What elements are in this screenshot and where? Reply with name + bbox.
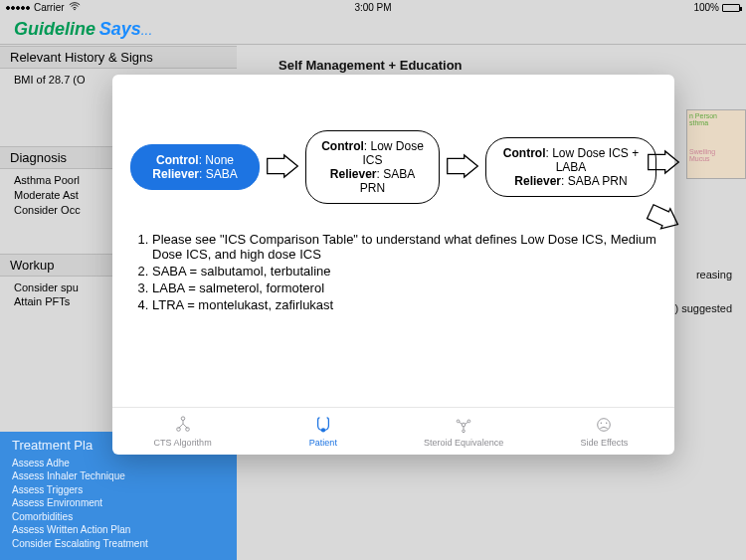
brand-guideline: Guideline: [14, 19, 95, 39]
arrow-icon: [446, 152, 479, 183]
step-3[interactable]: Control: Low Dose ICS + LABA Reliever: S…: [485, 137, 656, 197]
treatment-list: Assess Adhe Assess Inhaler Technique Ass…: [12, 457, 225, 551]
arrow-icon: [647, 148, 680, 179]
step-flow[interactable]: Control: None Reliever: SABA Control: Lo…: [130, 130, 656, 204]
status-bar: Carrier 3:00 PM 100%: [0, 0, 746, 15]
tab-side-effects[interactable]: Side Effects: [549, 416, 658, 448]
algorithm-icon: [174, 416, 192, 436]
molecule-icon: [455, 416, 472, 436]
tab-steroid-equivalence[interactable]: Steroid Equivalence: [409, 416, 518, 448]
patient-icon: [314, 416, 332, 436]
battery-icon: [722, 4, 740, 12]
carrier-label: Carrier: [34, 2, 65, 13]
app-brand: Guideline Says...: [0, 15, 746, 40]
svg-point-10: [601, 422, 602, 423]
list-item: Assess Triggers: [12, 483, 225, 497]
svg-point-8: [463, 429, 466, 432]
brand-dots: ...: [141, 22, 153, 38]
truncated-text-2: ) suggested: [675, 302, 732, 314]
tab-patient[interactable]: Patient: [269, 416, 378, 448]
signal-icon: [6, 6, 30, 10]
list-item: Please see "ICS Comparison Table" to und…: [152, 232, 656, 262]
section-relevant-header[interactable]: Relevant History & Signs: [0, 46, 237, 69]
clock: 3:00 PM: [251, 2, 495, 13]
svg-point-1: [181, 416, 185, 420]
list-item: Assess Written Action Plan: [12, 523, 225, 537]
list-item: Consider Escalating Treatment: [12, 537, 225, 551]
svg-point-4: [321, 428, 325, 432]
step-2[interactable]: Control: Low Dose ICS Reliever: SABA PRN: [305, 130, 440, 204]
wifi-icon: [69, 2, 81, 13]
step-1[interactable]: Control: None Reliever: SABA: [130, 144, 260, 190]
list-item: LABA = salmeterol, formoterol: [152, 280, 656, 295]
list-item: Comorbidities: [12, 510, 225, 524]
content-header: Self Management + Education: [279, 58, 463, 73]
tab-cts-algorithm[interactable]: CTS Algorithm: [128, 416, 238, 448]
airway-thumbnail[interactable]: n Person sthma Swelling Mucus: [686, 109, 746, 179]
svg-point-11: [606, 422, 607, 423]
battery-pct: 100%: [693, 2, 719, 13]
list-item: Assess Adhe: [12, 457, 225, 470]
list-item: SABA = salbutamol, terbutaline: [152, 264, 656, 279]
list-item: Assess Environment: [12, 496, 225, 510]
svg-point-9: [598, 418, 611, 431]
truncated-text-1: reasing: [696, 269, 732, 280]
algorithm-modal: Control: None Reliever: SABA Control: Lo…: [112, 75, 674, 455]
header-divider: [0, 44, 746, 45]
modal-tabbar: CTS Algorithm Patient Steroid Equivalenc…: [112, 407, 674, 455]
svg-point-0: [74, 9, 76, 11]
svg-point-5: [462, 423, 466, 427]
arrow-icon: [266, 152, 299, 183]
warning-icon: [595, 416, 613, 436]
brand-says: Says: [99, 19, 141, 39]
list-item: LTRA = montelukast, zafirlukast: [152, 297, 656, 312]
notes-list: Please see "ICS Comparison Table" to und…: [130, 232, 656, 312]
list-item: Assess Inhaler Technique: [12, 469, 225, 483]
